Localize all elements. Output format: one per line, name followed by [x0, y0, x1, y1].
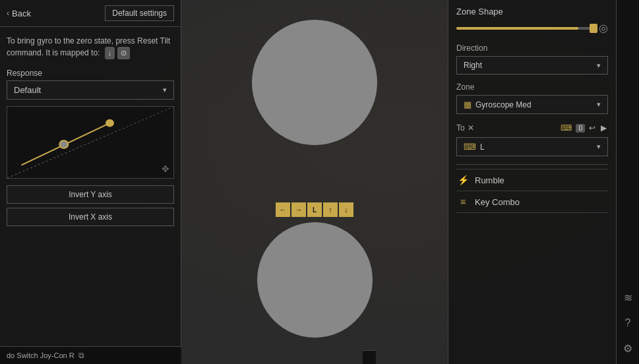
right-panel: Zone Shape ◎ Direction Right ▾: [448, 0, 616, 364]
rumble-label: Rumble: [475, 175, 504, 185]
mapped-icon-1: ↓: [105, 47, 115, 59]
arrow-down-button[interactable]: ↓: [339, 202, 353, 217]
to-close-button[interactable]: ✕: [468, 123, 474, 133]
middle-area: ← → L ↑ ↓: [181, 0, 448, 364]
help-icon[interactable]: ?: [623, 315, 634, 332]
separator-1: [456, 164, 608, 165]
graph-svg: [7, 107, 173, 178]
response-label: Response: [0, 65, 181, 80]
zone-field: Zone ▦ Gyroscope Med ▾: [456, 82, 608, 114]
direction-field: Direction Right ▾: [456, 44, 608, 75]
back-button[interactable]: ‹ Back: [7, 9, 31, 18]
slider-icon: ◎: [599, 22, 608, 34]
right-panel-inner: Zone Shape ◎ Direction Right ▾: [448, 0, 616, 364]
arrow-up-button[interactable]: ↑: [323, 202, 338, 217]
mapped-icon-2: ⊙: [117, 47, 130, 59]
default-settings-button[interactable]: Default settings: [105, 5, 174, 21]
to-icons: ⌨ 0 ↩ ▶: [559, 122, 608, 134]
svg-line-0: [7, 107, 173, 178]
response-dropdown-arrow-icon: ▾: [163, 86, 167, 94]
to-value: L: [480, 142, 485, 152]
invert-x-axis-button[interactable]: Invert X axis: [7, 208, 174, 226]
direction-label: Direction: [456, 44, 608, 53]
zone-shape-section: Zone Shape ◎: [456, 7, 608, 34]
rumble-option[interactable]: ⚡ Rumble: [456, 169, 608, 191]
to-field: To ✕ ⌨ 0 ↩ ▶ ⌨ L ▾: [456, 122, 608, 156]
response-value: Default: [14, 85, 41, 95]
zone-shape-slider-track[interactable]: [456, 27, 595, 30]
to-keyboard-icon-button[interactable]: ⌨: [559, 122, 573, 134]
response-curve-graph: ✥: [7, 106, 174, 179]
bottom-bar: do Switch Joy-Con R ⧉: [0, 346, 181, 364]
rumble-icon: ⚡: [456, 175, 470, 185]
to-text: To: [456, 123, 465, 133]
to-field-header: To ✕ ⌨ 0 ↩ ▶: [456, 122, 608, 134]
slider-fill: [456, 27, 578, 30]
zone-shape-title: Zone Shape: [456, 7, 608, 16]
zone-value: Gyroscope Med: [475, 100, 532, 109]
arrow-right-button[interactable]: →: [291, 202, 306, 217]
device-name-text: do Switch Joy-Con R: [7, 351, 75, 359]
arrow-controls: ← → L ↑ ↓: [276, 202, 353, 217]
key-combo-icon: ≡: [456, 197, 470, 207]
zone-chart-icon: ▦: [464, 100, 472, 109]
zone-arrow-icon: ▾: [597, 100, 601, 109]
to-select[interactable]: ⌨ L ▾: [456, 137, 608, 156]
direction-arrow-icon: ▾: [597, 61, 601, 70]
svg-point-2: [106, 119, 114, 127]
zone-label: Zone: [456, 82, 608, 92]
svg-point-3: [59, 140, 68, 148]
slider-container: ◎: [456, 22, 608, 34]
top-bar: ‹ Back Default settings: [0, 0, 181, 27]
bottom-circle-wrapper: ← → L ↑ ↓: [257, 202, 373, 338]
description-text: To bring gyro to the zero state, press R…: [7, 36, 170, 57]
zone-select-left: ▦ Gyroscope Med: [464, 100, 532, 109]
invert-y-axis-button[interactable]: Invert Y axis: [7, 185, 174, 204]
mapped-icons: ↓ ⊙: [105, 47, 131, 59]
to-label: To ✕: [456, 123, 474, 133]
info-text: To bring gyro to the zero state, press R…: [0, 27, 181, 65]
graph-icon: ✥: [162, 164, 169, 174]
direction-value: Right: [464, 61, 482, 70]
to-undo-icon-button[interactable]: ↩: [588, 122, 597, 134]
to-arrow-icon: ▾: [597, 142, 601, 151]
to-zero-badge: 0: [576, 124, 585, 133]
bottom-circle: [257, 222, 373, 338]
key-combo-label: Key Combo: [475, 197, 520, 207]
settings-icon[interactable]: ⚙: [621, 340, 635, 357]
top-circle: [252, 20, 377, 145]
back-chevron-icon: ‹: [7, 9, 9, 18]
device-name: do Switch Joy-Con R ⧉: [7, 351, 84, 360]
to-keyboard-icon: ⌨: [464, 142, 476, 152]
copy-icon[interactable]: ⧉: [78, 351, 84, 360]
far-right-panel: ≋ ? ⚙: [616, 0, 639, 364]
slider-thumb: [590, 24, 597, 33]
bottom-indicator: [363, 350, 376, 364]
left-panel: ‹ Back Default settings To bring gyro to…: [0, 0, 181, 364]
zone-select[interactable]: ▦ Gyroscope Med ▾: [456, 95, 608, 114]
arrow-left-button[interactable]: ←: [276, 202, 290, 217]
to-select-left: ⌨ L: [464, 142, 485, 152]
response-dropdown[interactable]: Default ▾: [7, 80, 174, 100]
to-play-icon-button[interactable]: ▶: [599, 122, 608, 134]
gyro-icon[interactable]: ≋: [621, 289, 635, 307]
label-l-button[interactable]: L: [307, 202, 322, 217]
direction-select[interactable]: Right ▾: [456, 56, 608, 75]
app-layout: ‹ Back Default settings To bring gyro to…: [0, 0, 639, 364]
back-label: Back: [12, 9, 31, 18]
key-combo-option[interactable]: ≡ Key Combo: [456, 191, 608, 213]
